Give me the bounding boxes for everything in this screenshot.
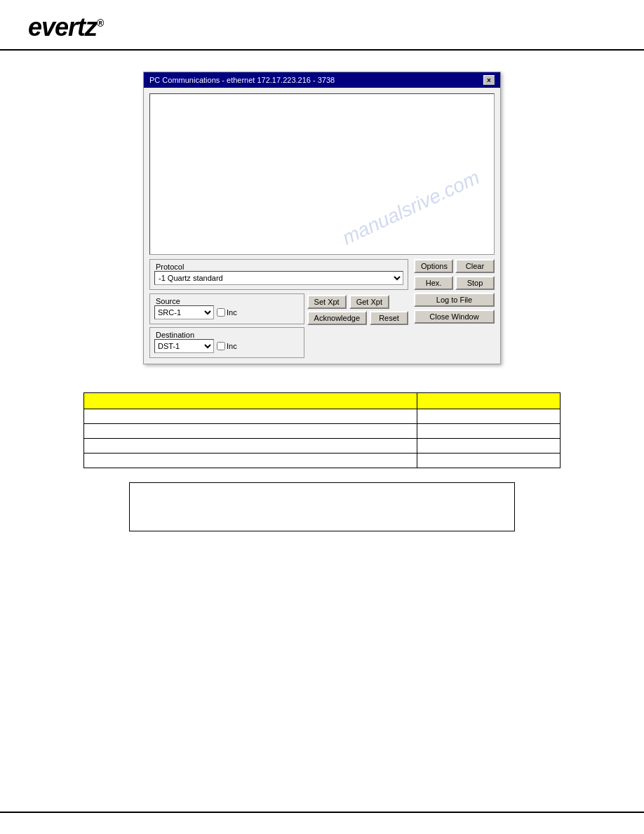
table-cell-3-1 bbox=[84, 439, 417, 454]
protocol-group: Protocol -1 Quartz standard bbox=[149, 259, 408, 290]
stop-button[interactable]: Stop bbox=[455, 276, 495, 290]
table-cell-3-2 bbox=[417, 439, 561, 454]
table-row bbox=[84, 424, 561, 439]
source-select[interactable]: SRC-1 bbox=[154, 305, 214, 319]
left-controls: Protocol -1 Quartz standard Source bbox=[149, 259, 408, 358]
logo: evertz® bbox=[28, 13, 103, 42]
source-group: Source SRC-1 Inc bbox=[149, 293, 304, 324]
data-table bbox=[83, 392, 561, 468]
logo-text: evertz® bbox=[28, 13, 103, 41]
source-row: SRC-1 Inc bbox=[154, 305, 300, 319]
right-btn-grid-1: Options Clear bbox=[414, 259, 495, 273]
protocol-legend: Protocol bbox=[154, 263, 403, 271]
dialog-close-button[interactable]: × bbox=[483, 75, 495, 85]
log-to-file-button[interactable]: Log to File bbox=[414, 293, 495, 307]
destination-group: Destination DST-1 Inc bbox=[149, 327, 304, 358]
controls-area: Protocol -1 Quartz standard Source bbox=[149, 259, 495, 358]
src-dst-fields: Source SRC-1 Inc bbox=[149, 293, 304, 358]
dialog-titlebar: PC Communications - ethernet 172.17.223.… bbox=[144, 72, 500, 88]
get-xpt-button[interactable]: Get Xpt bbox=[349, 295, 389, 309]
table-row bbox=[84, 439, 561, 454]
communications-textarea[interactable] bbox=[149, 93, 495, 255]
hex-button[interactable]: Hex. bbox=[414, 276, 453, 290]
source-legend: Source bbox=[154, 297, 300, 305]
src-dst-combined: Source SRC-1 Inc bbox=[149, 293, 408, 358]
options-button[interactable]: Options bbox=[414, 259, 453, 273]
table-col2-header bbox=[417, 393, 561, 409]
table-section bbox=[83, 392, 561, 468]
xpt-buttons: Set Xpt Get Xpt Acknowledge Reset bbox=[307, 295, 408, 325]
dialog-window: PC Communications - ethernet 172.17.223.… bbox=[143, 72, 501, 364]
source-inc-label: Inc bbox=[217, 308, 237, 317]
table-cell-2-2 bbox=[417, 424, 561, 439]
destination-row: DST-1 Inc bbox=[154, 339, 300, 353]
table-row bbox=[84, 409, 561, 424]
table-col1-header bbox=[84, 393, 417, 409]
xpt-row-1: Set Xpt Get Xpt bbox=[307, 295, 408, 309]
header: evertz® bbox=[0, 0, 644, 51]
table-row bbox=[84, 454, 561, 468]
table-cell-1-1 bbox=[84, 409, 417, 424]
note-box bbox=[129, 482, 515, 531]
acknowledge-button[interactable]: Acknowledge bbox=[307, 311, 367, 325]
table-cell-1-2 bbox=[417, 409, 561, 424]
table-cell-4-1 bbox=[84, 454, 417, 468]
logo-registered: ® bbox=[97, 18, 103, 29]
protocol-select[interactable]: -1 Quartz standard bbox=[154, 271, 403, 285]
destination-inc-label: Inc bbox=[217, 342, 237, 350]
dialog-title: PC Communications - ethernet 172.17.223.… bbox=[149, 76, 335, 84]
destination-select[interactable]: DST-1 bbox=[154, 339, 214, 353]
table-cell-4-2 bbox=[417, 454, 561, 468]
footer-line bbox=[0, 812, 644, 813]
destination-legend: Destination bbox=[154, 331, 300, 339]
right-btn-grid-2: Hex. Stop bbox=[414, 276, 495, 290]
source-inc-checkbox[interactable] bbox=[217, 308, 225, 317]
reset-button[interactable]: Reset bbox=[370, 311, 408, 325]
main-content: PC Communications - ethernet 172.17.223.… bbox=[0, 51, 644, 552]
set-xpt-button[interactable]: Set Xpt bbox=[307, 295, 347, 309]
xpt-row-2: Acknowledge Reset bbox=[307, 311, 408, 325]
clear-button[interactable]: Clear bbox=[455, 259, 495, 273]
close-window-button[interactable]: Close Window bbox=[414, 310, 495, 324]
right-controls: Options Clear Hex. Stop Log to File Clos… bbox=[414, 259, 495, 324]
destination-inc-checkbox[interactable] bbox=[217, 342, 225, 350]
table-cell-2-1 bbox=[84, 424, 417, 439]
dialog-body: Protocol -1 Quartz standard Source bbox=[144, 88, 500, 364]
